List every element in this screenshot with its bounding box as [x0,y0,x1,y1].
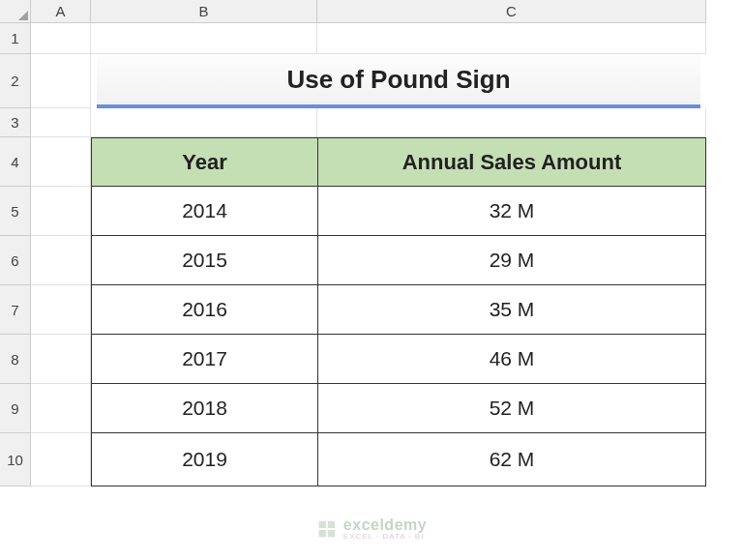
title-cell[interactable]: Use of Pound Sign [97,54,700,108]
row-header-7[interactable]: 7 [0,285,31,335]
cell-amount-1[interactable]: 29 M [317,236,706,285]
cell-b3[interactable] [91,108,317,137]
cell-a5[interactable] [31,187,91,236]
cell-a1[interactable] [31,23,91,54]
cell-a7[interactable] [31,285,91,335]
cell-year-1[interactable]: 2015 [91,236,317,285]
col-header-a[interactable]: A [31,0,91,23]
watermark: exceldemy EXCEL · DATA · BI [316,517,427,541]
cell-a8[interactable] [31,335,91,384]
cell-a6[interactable] [31,236,91,285]
row-header-8[interactable]: 8 [0,335,31,384]
col-header-c[interactable]: C [317,0,706,23]
cell-a10[interactable] [31,433,91,486]
cell-a3[interactable] [31,108,91,137]
cell-amount-2[interactable]: 35 M [317,285,706,335]
cell-amount-4[interactable]: 52 M [317,384,706,433]
cell-c3[interactable] [317,108,706,137]
row-header-4[interactable]: 4 [0,137,31,187]
cell-amount-0[interactable]: 32 M [317,187,706,236]
cell-year-2[interactable]: 2016 [91,285,317,335]
cell-a9[interactable] [31,384,91,433]
cell-year-5[interactable]: 2019 [91,433,317,486]
cell-c1[interactable] [317,23,706,54]
cell-year-0[interactable]: 2014 [91,187,317,236]
cell-year-3[interactable]: 2017 [91,335,317,384]
cell-amount-5[interactable]: 62 M [317,433,706,486]
row-header-9[interactable]: 9 [0,384,31,433]
row-header-6[interactable]: 6 [0,236,31,285]
spreadsheet-grid: A B C 1 2 3 4 5 6 7 8 9 10 Use of Pound … [0,0,706,486]
watermark-text: exceldemy EXCEL · DATA · BI [343,517,427,541]
row-header-3[interactable]: 3 [0,108,31,137]
cell-year-4[interactable]: 2018 [91,384,317,433]
cell-a2[interactable] [31,54,91,108]
table-header-amount[interactable]: Annual Sales Amount [317,137,706,187]
row-header-10[interactable]: 10 [0,433,31,486]
row-header-1[interactable]: 1 [0,23,31,54]
watermark-tagline: EXCEL · DATA · BI [343,533,427,541]
cell-amount-3[interactable]: 46 M [317,335,706,384]
table-header-year[interactable]: Year [91,137,317,187]
col-header-b[interactable]: B [91,0,317,23]
watermark-logo-icon [316,518,338,540]
cell-b1[interactable] [91,23,317,54]
watermark-name: exceldemy [343,517,427,533]
row-header-5[interactable]: 5 [0,187,31,236]
cell-a4[interactable] [31,137,91,187]
select-all-corner[interactable] [0,0,31,23]
row-header-2[interactable]: 2 [0,54,31,108]
